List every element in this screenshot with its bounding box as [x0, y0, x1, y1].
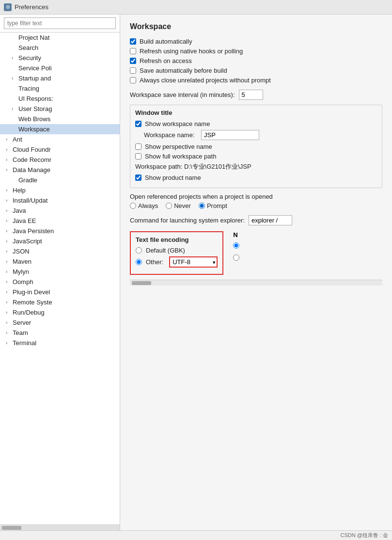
sidebar-item-java[interactable]: ›Java: [0, 206, 120, 216]
sidebar-item-team[interactable]: ›Team: [0, 328, 120, 338]
refresh-access-label: Refresh on access: [140, 57, 192, 64]
open-ref-radio-label-never: Never: [174, 202, 191, 209]
open-ref-radio-never: Never: [166, 202, 191, 209]
close-unrelated-row: Always close unrelated projects without …: [130, 77, 382, 84]
chevron-icon: ›: [12, 106, 18, 111]
main-h-scrollbar[interactable]: [130, 280, 382, 286]
other-encoding-radio[interactable]: [136, 259, 142, 265]
sidebar-item-java-ee[interactable]: ›Java EE: [0, 216, 120, 226]
titlebar-title: Preferences: [15, 3, 48, 11]
sidebar-item-cloud-foundr[interactable]: ›Cloud Foundr: [0, 144, 120, 155]
sidebar-item-search[interactable]: Search: [0, 43, 120, 53]
window-title-group: Window title Show workspace name Workspa…: [130, 105, 382, 188]
sidebar-item-ui-respons[interactable]: UI Respons:: [0, 94, 120, 104]
build-auto-check[interactable]: [130, 38, 136, 45]
save-interval-input[interactable]: [239, 90, 263, 100]
show-perspective-check[interactable]: [135, 143, 141, 150]
new-other-radio[interactable]: [233, 254, 239, 261]
sidebar-item-ant[interactable]: ›Ant: [0, 134, 120, 144]
save-auto-check[interactable]: [130, 67, 136, 74]
sidebar-h-scrollbar[interactable]: [0, 524, 120, 530]
sidebar-item-label: Oomph: [13, 278, 120, 286]
open-ref-radio-input-never[interactable]: [166, 203, 172, 209]
sidebar-item-gradle[interactable]: Gradle: [0, 175, 120, 185]
refresh-native-check[interactable]: [130, 48, 136, 54]
workspace-name-field: Workspace name:: [135, 130, 377, 140]
default-encoding-radio[interactable]: [136, 247, 142, 254]
sidebar-item-security[interactable]: ›Security: [0, 53, 120, 63]
sidebar-item-label: Help: [13, 187, 120, 194]
encoding-section: Text file encoding Default (GBK) Other: …: [130, 231, 382, 280]
encoding-title: Text file encoding: [136, 236, 218, 243]
titlebar: ⚙ Preferences: [0, 0, 392, 15]
sidebar-item-data-manage[interactable]: ›Data Manage: [0, 165, 120, 175]
close-unrelated-check[interactable]: [130, 77, 136, 83]
sidebar-item-user-storag[interactable]: ›User Storag: [0, 104, 120, 114]
open-ref-radio-label-prompt: Prompt: [207, 202, 227, 209]
sidebar-item-json[interactable]: ›JSON: [0, 246, 120, 256]
open-ref-radio-input-always[interactable]: [130, 203, 136, 209]
open-ref-radio-input-prompt[interactable]: [199, 203, 205, 209]
show-full-path-label: Show full workspace path: [145, 153, 216, 160]
sidebar-item-label: Maven: [13, 258, 120, 265]
show-workspace-name-check[interactable]: [135, 121, 141, 127]
sidebar-item-label: Java: [13, 207, 120, 214]
sidebar-item-maven[interactable]: ›Maven: [0, 256, 120, 267]
page-title: Workspace: [130, 22, 382, 31]
chevron-icon: ›: [6, 249, 13, 254]
sidebar-item-label: Mylyn: [13, 268, 120, 275]
sidebar-item-label: Search: [18, 44, 120, 51]
sidebar-item-code-recomr[interactable]: ›Code Recomr: [0, 155, 120, 165]
save-interval-label: Workspace save interval (in minutes):: [130, 91, 235, 98]
sidebar-item-startup-and[interactable]: ›Startup and: [0, 73, 120, 83]
sidebar-item-help[interactable]: ›Help: [0, 185, 120, 195]
sidebar-item-label: Ant: [13, 136, 120, 143]
sidebar-item-project-nat[interactable]: Project Nat: [0, 32, 120, 43]
main-panel: Workspace Build automaticallyRefresh usi…: [120, 15, 392, 530]
sidebar-item-label: Team: [13, 329, 120, 336]
save-auto-label: Save automatically before build: [140, 67, 227, 74]
workspace-name-input[interactable]: [201, 130, 259, 140]
sidebar-item-workspace[interactable]: Workspace: [0, 124, 120, 134]
sidebar-item-terminal[interactable]: ›Terminal: [0, 338, 120, 348]
build-auto-row: Build automatically: [130, 38, 382, 45]
open-ref-radio-label-always: Always: [138, 202, 158, 209]
chevron-icon: ›: [6, 198, 13, 203]
chevron-icon: ›: [6, 259, 13, 264]
sidebar-item-label: Data Manage: [13, 166, 120, 174]
sidebar-item-javascript[interactable]: ›JavaScript: [0, 236, 120, 246]
open-ref-radio-prompt: Prompt: [199, 202, 227, 209]
show-full-path-check[interactable]: [135, 153, 141, 159]
sidebar-item-web-brows[interactable]: Web Brows: [0, 114, 120, 124]
sidebar-item-mylyn[interactable]: ›Mylyn: [0, 267, 120, 277]
cmd-explorer-input[interactable]: [249, 215, 292, 225]
sidebar-item-tracing[interactable]: Tracing: [0, 83, 120, 94]
new-default-radio[interactable]: [233, 242, 239, 249]
sidebar-item-run-debug[interactable]: ›Run/Debug: [0, 307, 120, 318]
sidebar-item-label: Install/Updat: [13, 197, 120, 204]
new-other-row: [233, 254, 239, 261]
sidebar-item-remote-syste[interactable]: ›Remote Syste: [0, 297, 120, 307]
sidebar-item-label: Java EE: [13, 217, 120, 224]
sidebar-item-oomph[interactable]: ›Oomph: [0, 277, 120, 287]
h-scroll-thumb: [2, 526, 21, 530]
chevron-icon: ›: [6, 330, 13, 335]
save-auto-row: Save automatically before build: [130, 67, 382, 74]
sidebar-item-plug-in-devel[interactable]: ›Plug-in Devel: [0, 287, 120, 297]
sidebar-item-label: Run/Debug: [13, 309, 120, 316]
filter-input[interactable]: [4, 17, 116, 29]
chevron-icon: ›: [6, 300, 13, 305]
chevron-icon: ›: [6, 310, 13, 315]
sidebar-item-server[interactable]: ›Server: [0, 318, 120, 328]
show-full-path-row: Show full workspace path: [135, 153, 377, 160]
sidebar-item-service-poli[interactable]: Service Poli: [0, 63, 120, 73]
open-referenced-section: Open referenced projects when a project …: [130, 193, 382, 209]
sidebar-item-install-update[interactable]: ›Install/Updat: [0, 195, 120, 206]
chevron-icon: ›: [6, 279, 13, 285]
refresh-native-label: Refresh using native hooks or polling: [140, 48, 243, 55]
sidebar-item-java-persisten[interactable]: ›Java Persisten: [0, 226, 120, 236]
encoding-dropdown[interactable]: UTF-8 GBK ISO-8859-1: [169, 256, 218, 268]
preferences-window: ⚙ Preferences Project Nat Search›Securit…: [0, 0, 392, 540]
show-product-check[interactable]: [135, 175, 141, 181]
refresh-access-check[interactable]: [130, 58, 136, 64]
